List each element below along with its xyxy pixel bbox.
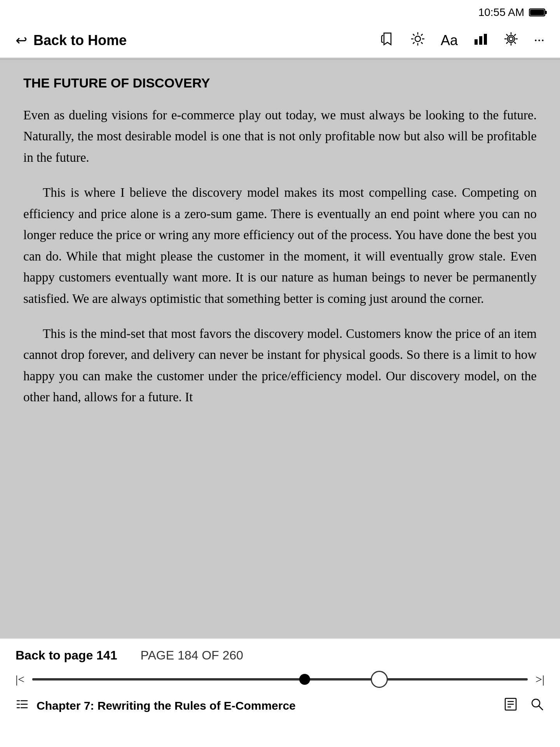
nav-icons: Aa ··· [380,31,544,50]
settings-icon[interactable] [504,31,518,50]
svg-line-11 [413,42,414,44]
svg-line-9 [421,42,422,44]
svg-rect-14 [484,34,487,45]
status-time: 10:55 AM [478,6,524,19]
back-to-page-label[interactable]: Back to page 141 [16,648,117,663]
status-bar: 10:55 AM [0,0,560,23]
svg-point-16 [508,35,515,42]
slider-thumb-circle[interactable] [371,671,388,688]
slider-row: |< >| [16,669,544,690]
nav-bar: ↩ Back to Home Aa [0,23,560,58]
stats-icon[interactable] [473,31,488,50]
slider-start-icon[interactable]: |< [16,673,24,686]
slider-end-icon[interactable]: >| [536,673,544,686]
notes-icon[interactable] [503,697,518,715]
page-info-row: Back to page 141 PAGE 184 OF 260 [16,639,544,669]
paragraph-3: This is the mind-set that most favors th… [23,323,537,408]
font-size-icon[interactable]: Aa [441,32,458,49]
battery-icon [529,8,548,17]
svg-rect-13 [479,36,482,45]
bookmark-icon[interactable] [380,31,395,50]
svg-rect-12 [475,39,478,45]
bottom-bar: Back to page 141 PAGE 184 OF 260 |< >| [0,638,560,747]
chapter-row: Chapter 7: Rewriting the Rules of E-Comm… [16,690,544,715]
svg-line-28 [539,706,543,710]
chapter-left: Chapter 7: Rewriting the Rules of E-Comm… [16,698,296,714]
slider-track[interactable] [32,678,528,681]
svg-rect-2 [530,10,544,15]
toc-icon[interactable] [16,698,29,714]
slider-fill [32,678,305,681]
search-icon[interactable] [530,697,544,715]
svg-line-8 [413,34,414,35]
page-of-label: PAGE 184 OF 260 [140,648,243,663]
brightness-icon[interactable] [410,31,425,50]
chapter-heading: THE FUTURE OF DISCOVERY [23,75,537,91]
back-arrow-icon: ↩ [16,32,27,49]
back-label: Back to Home [33,32,127,49]
svg-point-15 [509,37,513,41]
reading-area: THE FUTURE OF DISCOVERY Even as dueling … [0,60,560,638]
paragraph-1: Even as dueling visions for e-commerce p… [23,105,537,168]
reading-text: Even as dueling visions for e-commerce p… [23,105,537,408]
more-icon[interactable]: ··· [534,32,544,49]
svg-rect-1 [545,11,547,14]
svg-line-10 [421,34,422,35]
svg-point-3 [415,36,420,42]
back-button[interactable]: ↩ Back to Home [16,32,127,49]
paragraph-2: This is where I believe the discovery mo… [23,182,537,309]
slider-thumb-filled[interactable] [299,674,310,685]
chapter-right [503,697,544,715]
chapter-title: Chapter 7: Rewriting the Rules of E-Comm… [37,699,296,712]
